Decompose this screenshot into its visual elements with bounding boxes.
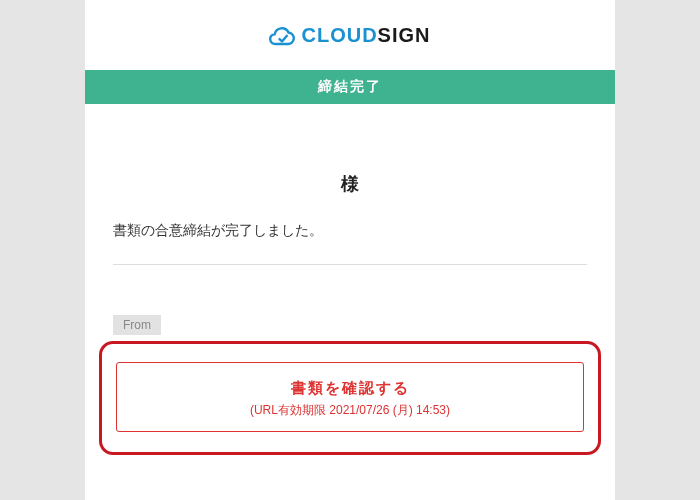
brand-logo-text-sign: SIGN: [378, 24, 431, 46]
cloudsign-logo-icon: [269, 22, 295, 48]
status-bar: 締結完了: [85, 70, 615, 104]
divider: [113, 264, 587, 265]
logo-area: CLOUDSIGN: [85, 0, 615, 70]
recipient-name: 様: [113, 132, 587, 222]
brand-logo-text: CLOUDSIGN: [301, 24, 430, 47]
cta-expiry: (URL有効期限 2021/07/26 (月) 14:53): [127, 402, 573, 419]
view-document-button[interactable]: 書類を確認する (URL有効期限 2021/07/26 (月) 14:53): [116, 362, 584, 432]
from-badge: From: [113, 315, 161, 335]
content-area: 様 書類の合意締結が完了しました。 From 書類を確認する (URL有効期限 …: [85, 104, 615, 455]
cta-title: 書類を確認する: [127, 379, 573, 398]
highlight-callout: 書類を確認する (URL有効期限 2021/07/26 (月) 14:53): [99, 341, 601, 455]
email-container: CLOUDSIGN 締結完了 様 書類の合意締結が完了しました。 From 書類…: [85, 0, 615, 500]
completion-message: 書類の合意締結が完了しました。: [113, 222, 587, 264]
brand-logo-text-cloud: CLOUD: [301, 24, 377, 46]
brand-logo: CLOUDSIGN: [269, 22, 430, 48]
